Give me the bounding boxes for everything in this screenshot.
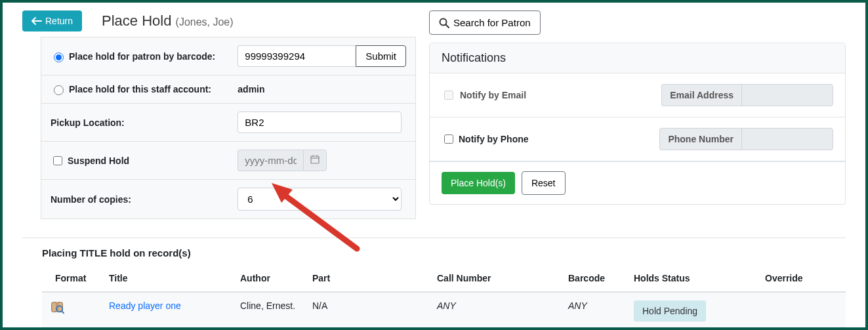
notify-phone-checkbox[interactable] — [444, 134, 453, 144]
col-title: Title — [101, 265, 232, 292]
record-title-link[interactable]: Ready player one — [109, 300, 181, 311]
pickup-input[interactable] — [238, 112, 402, 133]
record-barcode: ANY — [560, 292, 626, 329]
svg-rect-0 — [311, 156, 319, 163]
submit-barcode-button[interactable]: Submit — [356, 45, 406, 67]
record-author: Cline, Ernest. — [232, 292, 304, 329]
phone-input — [741, 128, 833, 150]
place-holds-button[interactable]: Place Hold(s) — [442, 172, 515, 194]
col-holds-status: Holds Status — [626, 265, 757, 292]
by-barcode-radio[interactable] — [54, 52, 64, 62]
svg-line-5 — [446, 24, 449, 28]
suspend-date-input — [238, 150, 303, 171]
calendar-button[interactable] — [303, 150, 327, 171]
notify-email-checkbox — [444, 91, 453, 100]
table-row: Ready player one Cline, Ernest. N/A ANY … — [42, 292, 846, 329]
by-staff-label[interactable]: Place hold for this staff account: — [51, 83, 219, 95]
barcode-input[interactable] — [238, 45, 356, 67]
placing-title: Placing TITLE hold on record(s) — [42, 247, 846, 258]
search-icon — [439, 18, 449, 28]
book-icon — [50, 300, 64, 315]
record-call-number: ANY — [429, 292, 560, 329]
col-override: Override — [757, 265, 846, 292]
copies-label: Number of copies: — [41, 180, 229, 219]
col-author: Author — [232, 265, 304, 292]
return-label: Return — [45, 16, 73, 26]
notifications-header: Notifications — [430, 43, 845, 73]
reset-button[interactable]: Reset — [522, 171, 566, 195]
col-part: Part — [304, 265, 429, 292]
page-title-patron: (Jones, Joe) — [176, 16, 234, 28]
page-title: Place Hold (Jones, Joe) — [102, 12, 234, 30]
by-staff-radio[interactable] — [54, 85, 64, 95]
search-patron-button[interactable]: Search for Patron — [429, 10, 541, 35]
copies-select[interactable]: 6 — [238, 188, 402, 211]
col-call-number: Call Number — [429, 265, 560, 292]
pickup-label: Pickup Location: — [41, 104, 229, 142]
calendar-icon — [310, 155, 320, 164]
return-button[interactable]: Return — [22, 10, 82, 31]
email-input — [741, 84, 833, 106]
notify-phone-label: Notify by Phone — [459, 134, 529, 144]
status-badge: Hold Pending — [634, 300, 706, 321]
by-barcode-label[interactable]: Place hold for patron by barcode: — [51, 51, 219, 62]
arrow-left-icon — [31, 16, 42, 26]
col-format: Format — [42, 265, 101, 292]
staff-value: admin — [238, 84, 264, 94]
suspend-checkbox[interactable] — [53, 156, 62, 165]
svg-line-7 — [62, 311, 64, 313]
email-addon: Email Address — [661, 84, 741, 106]
suspend-label[interactable]: Suspend Hold — [51, 154, 219, 167]
notify-email-label: Notify by Email — [460, 90, 526, 100]
col-barcode: Barcode — [560, 265, 626, 292]
search-patron-label: Search for Patron — [453, 17, 531, 28]
phone-addon: Phone Number — [659, 128, 741, 150]
divider — [22, 237, 846, 238]
record-part: N/A — [304, 292, 429, 329]
